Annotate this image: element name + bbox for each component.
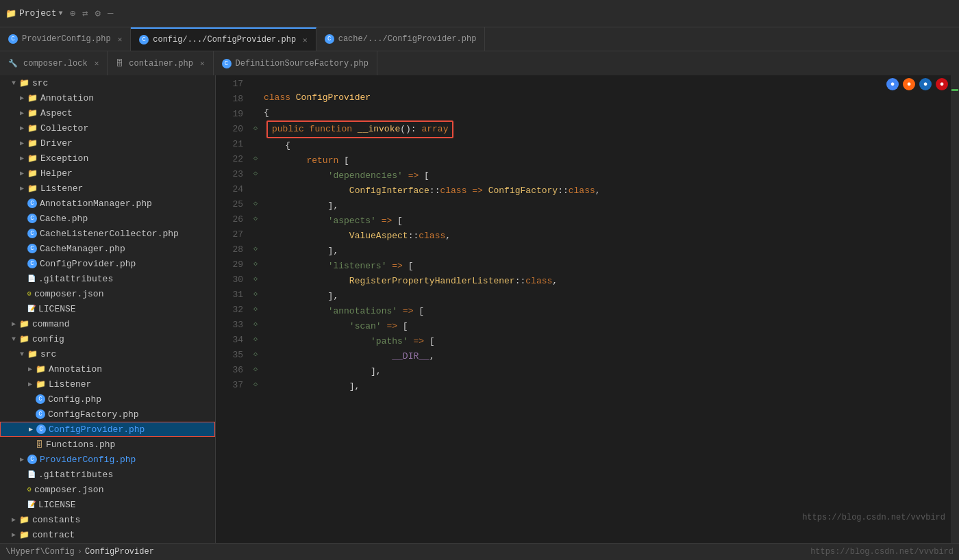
label-command: command	[32, 319, 70, 329]
tab-icon-providerconfig: C	[8, 34, 18, 44]
code-line-25: ],	[264, 199, 951, 214]
sidebar-item-command[interactable]: ▶ 📁 command	[0, 316, 215, 331]
sidebar-item-config-src[interactable]: ▼ 📁 src	[0, 346, 215, 361]
tab-container[interactable]: 🗄 container.php ✕	[108, 51, 213, 75]
tabs-row-2: 🔧 composer.lock ✕ 🗄 container.php ✕ C De…	[0, 51, 959, 75]
folder-icon-driver: 📁	[27, 138, 38, 149]
tab-configprovider-active[interactable]: C config/.../ConfigProvider.php ✕	[131, 27, 316, 51]
tab-close-providerconfig[interactable]: ✕	[118, 35, 123, 44]
minimize-icon[interactable]: —	[108, 8, 113, 19]
sidebar-item-constants[interactable]: ▶ 📁 constants	[0, 512, 215, 527]
code-line-32: 'annotations' => [	[264, 304, 951, 319]
sidebar-item-exception[interactable]: ▶ 📁 Exception	[0, 151, 215, 166]
sidebar-item-license2[interactable]: 📝 LICENSE	[0, 497, 215, 512]
sidebar-item-annotation2[interactable]: ▶ 📁 Annotation	[0, 361, 215, 377]
sidebar-item-contract[interactable]: ▶ 📁 contract	[0, 527, 215, 542]
sidebar-item-configfactory[interactable]: C ConfigFactory.php	[0, 407, 215, 422]
arrow-aspect: ▶	[16, 109, 27, 117]
sidebar-item-gitattributes2[interactable]: 📄 .gitattributes	[0, 467, 215, 482]
arrow-config-src: ▼	[16, 351, 27, 358]
transfer-icon[interactable]: ⇄	[82, 8, 88, 19]
label-listener2: Listener	[49, 379, 91, 390]
sidebar-item-config-php[interactable]: C Config.php	[0, 392, 215, 407]
sidebar-item-aspect[interactable]: ▶ 📁 Aspect	[0, 105, 215, 120]
settings-icon[interactable]: ⚙	[95, 8, 101, 19]
sidebar-item-driver[interactable]: ▶ 📁 Driver	[0, 136, 215, 151]
arrow-listener2: ▶	[25, 380, 36, 388]
tab-close-composer-lock[interactable]: ✕	[95, 59, 99, 68]
folder-icon-exception: 📁	[27, 153, 38, 164]
sidebar-scroll[interactable]: ▼ 📁 src ▶ 📁 Annotation ▶ 📁 Aspect ▶ 📁 Co…	[0, 75, 215, 543]
sidebar-item-annotation[interactable]: ▶ 📁 Annotation	[0, 90, 215, 105]
sidebar-item-annotationmanager[interactable]: C AnnotationManager.php	[0, 196, 215, 211]
sidebar-item-license[interactable]: 📝 LICENSE	[0, 301, 215, 316]
opera-icon[interactable]: ●	[936, 78, 948, 90]
label-contract: contract	[32, 530, 75, 540]
label-src-configprovider: ConfigProvider.php	[40, 259, 136, 269]
label-cachelistenercollector: CacheListenerCollector.php	[40, 229, 179, 239]
gutter-19	[250, 105, 261, 120]
firefox-icon[interactable]: ●	[903, 78, 915, 90]
browser-icons: ● ● ● ●	[886, 78, 948, 90]
safari-icon[interactable]: ●	[919, 78, 932, 90]
code-line-17	[264, 75, 951, 90]
add-icon[interactable]: ⊕	[70, 8, 75, 19]
label-annotationmanager: AnnotationManager.php	[40, 199, 152, 209]
arrow-driver: ▶	[16, 139, 27, 147]
code-line-27: ValueAspect::class,	[264, 229, 951, 244]
label-collector: Collector	[40, 123, 88, 133]
sidebar-item-cachelistenercollector[interactable]: C CacheListenerCollector.php	[0, 226, 215, 241]
c-icon-providerconfig: C	[27, 455, 37, 464]
label-config: config	[32, 334, 64, 344]
label-annotation2: Annotation	[49, 364, 102, 374]
project-label[interactable]: Project	[19, 8, 57, 18]
gutter-28: ◇	[250, 241, 261, 256]
folder-icon-listener: 📁	[27, 183, 38, 194]
sidebar-item-collector[interactable]: ▶ 📁 Collector	[0, 120, 215, 136]
top-bar: 📁 Project ▼ ⊕ ⇄ ⚙ —	[0, 0, 959, 27]
sidebar-item-listener[interactable]: ▶ 📁 Listener	[0, 181, 215, 196]
folder-icon-command: 📁	[19, 319, 29, 329]
sidebar-item-providerconfig[interactable]: ▶ C ProviderConfig.php	[0, 452, 215, 467]
sidebar-item-composer-json2[interactable]: ⚙ composer.json	[0, 482, 215, 497]
label-exception: Exception	[40, 153, 88, 164]
tab-composer-lock[interactable]: 🔧 composer.lock ✕	[0, 51, 108, 75]
sidebar-item-listener2[interactable]: ▶ 📁 Listener	[0, 377, 215, 392]
main-layout: ▼ 📁 src ▶ 📁 Annotation ▶ 📁 Aspect ▶ 📁 Co…	[0, 75, 959, 543]
gutter-34: ◇	[250, 331, 261, 346]
code-editor[interactable]: class ConfigProvider { public function _…	[261, 75, 951, 543]
label-config-php: Config.php	[48, 394, 101, 405]
arrow-config: ▼	[8, 335, 19, 343]
tab-close-container[interactable]: ✕	[200, 59, 205, 68]
sidebar-item-src[interactable]: ▼ 📁 src	[0, 75, 215, 90]
tab-label-providerconfig: ProviderConfig.php	[22, 34, 111, 44]
scroll-indicator	[951, 89, 958, 91]
sidebar-item-src-configprovider[interactable]: C ConfigProvider.php	[0, 256, 215, 271]
label-composer-json: composer.json	[34, 289, 103, 299]
sidebar-item-configprovider-selected[interactable]: ▶ C ConfigProvider.php	[0, 422, 215, 437]
sidebar-item-gitattributes[interactable]: 📄 .gitattributes	[0, 271, 215, 286]
arrow-listener: ▶	[16, 184, 27, 192]
code-line-20: public function __invoke(): array	[264, 120, 951, 138]
sidebar-item-config[interactable]: ▼ 📁 config	[0, 331, 215, 346]
folder-icon-listener2: 📁	[36, 379, 46, 390]
sidebar-item-cache[interactable]: C Cache.php	[0, 211, 215, 226]
sidebar-item-helper[interactable]: ▶ 📁 Helper	[0, 166, 215, 181]
json-icon-composer: ⚙	[27, 290, 32, 298]
tab-cache-configprovider[interactable]: C cache/.../ConfigProvider.php	[316, 27, 486, 51]
label-helper: Helper	[40, 168, 73, 179]
tab-close-configprovider[interactable]: ✕	[303, 36, 308, 44]
bottom-bar: \Hyperf\Config › ConfigProvider https://…	[0, 543, 959, 560]
sidebar-item-cachemanager[interactable]: C CacheManager.php	[0, 241, 215, 256]
tabs-row-1: C ProviderConfig.php ✕ C config/.../Conf…	[0, 27, 959, 51]
chrome-icon[interactable]: ●	[886, 78, 899, 90]
tab-definition-source[interactable]: C DefinitionSourceFactory.php	[214, 51, 377, 75]
label-src: src	[32, 78, 48, 88]
top-icons: ⊕ ⇄ ⚙ —	[70, 8, 114, 19]
sidebar: ▼ 📁 src ▶ 📁 Annotation ▶ 📁 Aspect ▶ 📁 Co…	[0, 75, 216, 543]
tab-providerconfig[interactable]: C ProviderConfig.php ✕	[0, 27, 131, 51]
sidebar-item-composer-json[interactable]: ⚙ composer.json	[0, 286, 215, 301]
sidebar-item-functions[interactable]: 🗄 Functions.php	[0, 437, 215, 452]
c-icon-cachemanager: C	[27, 244, 37, 253]
right-scrollbar[interactable]	[951, 75, 959, 543]
